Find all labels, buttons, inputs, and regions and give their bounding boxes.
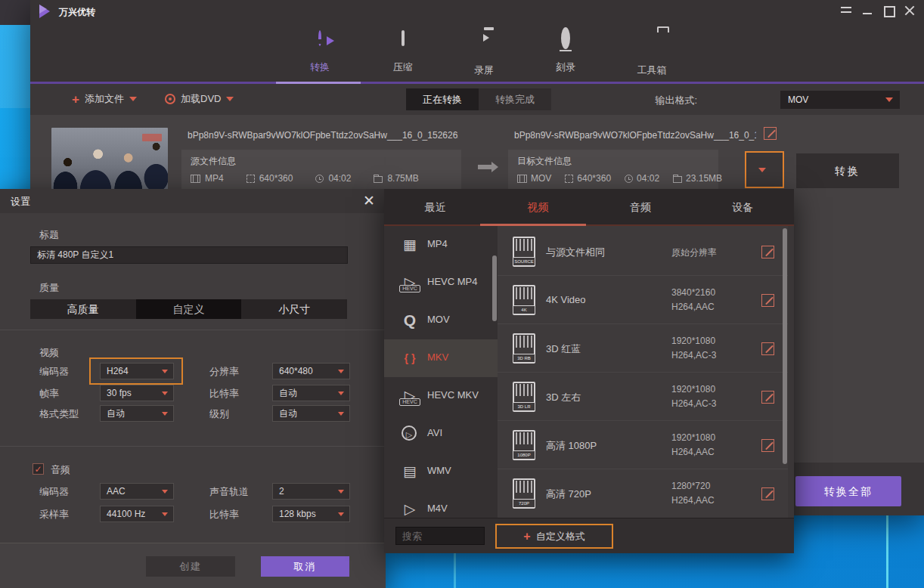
desktop-accent-line — [886, 515, 888, 588]
rename-edit-icon[interactable] — [764, 127, 777, 140]
add-file-button[interactable]: + 添加文件 — [72, 92, 137, 106]
name-input[interactable] — [30, 246, 348, 264]
tab-recent[interactable]: 最近 — [384, 189, 487, 226]
edit-preset-icon[interactable] — [761, 246, 774, 258]
quality-option-high[interactable]: 高质量 — [30, 299, 136, 319]
quality-option-small[interactable]: 小尺寸 — [241, 299, 347, 319]
convert-all-button[interactable]: 转换全部 — [795, 476, 901, 506]
resolution-select[interactable]: 640*480 — [272, 363, 350, 379]
video-encoder-select[interactable]: H264 — [100, 363, 174, 379]
preset-row-3d-rb[interactable]: 3D RB 3D 红蓝 1920*1080H264,AC-3 — [498, 324, 788, 373]
target-info-row: MOV 640*360 04:02 23.15MB — [517, 173, 722, 184]
settings-dialog: 设置 ✕ 标题 质量 高质量 自定义 小尺寸 视频 编码器 H264 分辨率 6… — [0, 189, 386, 588]
circle-play-icon: ▷ — [399, 423, 420, 444]
clock-icon — [625, 175, 633, 183]
format-item-mp4[interactable]: ▦ MP4 — [384, 226, 498, 264]
desktop: 万兴优转 转换 压缩 录屏 刻录 — [0, 0, 924, 588]
load-dvd-button[interactable]: 加载DVD — [165, 92, 234, 106]
edit-preset-icon[interactable] — [761, 391, 774, 404]
resolution-value: 640*480 — [279, 366, 313, 376]
tab-convert[interactable]: 转换 — [290, 32, 350, 74]
toolbar: + 添加文件 加载DVD 正在转换 转换完成 输出格式: MOV — [30, 84, 924, 115]
resolution-label: 分辨率 — [209, 365, 239, 379]
target-resolution: 640*360 — [577, 173, 611, 184]
play-outline-icon: ▷ — [399, 499, 420, 518]
clapperboard-icon: ▤ — [399, 461, 420, 482]
output-format-value: MOV — [788, 94, 808, 105]
audio-encoder-select[interactable]: AAC — [100, 483, 174, 500]
source-info-title: 源文件信息 — [191, 155, 236, 168]
resolution-icon — [565, 175, 573, 183]
preset-row-1080p[interactable]: 1080P 高清 1080P 1920*1080H264,AAC — [498, 421, 788, 469]
video-thumbnail[interactable] — [51, 128, 168, 190]
formattype-value: 自动 — [107, 408, 125, 419]
format-list-scrollbar[interactable] — [492, 255, 497, 321]
edit-preset-icon[interactable] — [761, 439, 774, 452]
audio-bitrate-label: 比特率 — [209, 508, 239, 521]
format-item-avi[interactable]: ▷ AVI — [384, 415, 498, 453]
source-info-panel: 源文件信息 MP4 640*360 04:02 8.75MB — [181, 150, 461, 190]
desktop-accent-line-2 — [454, 553, 456, 588]
preset-list-scrollbar[interactable] — [783, 228, 787, 464]
preset-row-4k[interactable]: 4K 4K Video 3840*2160H264,AAC — [498, 276, 788, 324]
video-bitrate-label: 比特率 — [209, 387, 239, 401]
samplerate-select[interactable]: 44100 Hz — [100, 506, 174, 522]
cancel-button[interactable]: 取消 — [261, 556, 349, 577]
edit-preset-icon[interactable] — [761, 487, 774, 500]
edit-preset-icon[interactable] — [761, 294, 774, 307]
format-item-hevc-mp4[interactable]: ▷HEVC HEVC MP4 — [384, 264, 498, 302]
search-input[interactable] — [395, 527, 485, 545]
format-item-mkv[interactable]: { } MKV — [384, 339, 498, 377]
edit-preset-icon[interactable] — [761, 342, 774, 355]
chevron-down-icon — [885, 97, 893, 102]
minimize-icon[interactable] — [862, 5, 873, 16]
tab-screen-record[interactable]: 录屏 — [454, 32, 514, 77]
menu-icon[interactable] — [841, 5, 851, 16]
divider — [0, 330, 386, 330]
level-select[interactable]: 自动 — [272, 405, 350, 422]
preset-row-3d-lr[interactable]: 3D LR 3D 左右 1920*1080H264,AC-3 — [498, 373, 788, 421]
channels-select[interactable]: 2 — [272, 483, 350, 500]
maximize-icon[interactable] — [883, 5, 894, 16]
source-size: 8.75MB — [387, 173, 418, 184]
output-format-select[interactable]: MOV — [780, 91, 900, 109]
audio-section-title: 音频 — [51, 463, 70, 477]
custom-format-button[interactable]: + 自定义格式 — [495, 524, 613, 549]
audio-checkbox[interactable]: ✓ — [33, 463, 44, 475]
tab-converting[interactable]: 正在转换 — [406, 88, 479, 110]
quality-segmented-control: 高质量 自定义 小尺寸 — [30, 299, 347, 319]
format-item-wmv[interactable]: ▤ WMV — [384, 453, 498, 491]
tab-compress[interactable]: 压缩 — [373, 32, 433, 74]
video-bitrate-select[interactable]: 自动 — [272, 385, 350, 401]
source-filename: bPp8n9V-sRWBpar9vWO7klOFpbeTtdz2ovSaHw__… — [188, 130, 458, 141]
quality-option-custom[interactable]: 自定义 — [136, 299, 242, 319]
preset-row-720p[interactable]: 720P 高清 720P 1280*720H264,AAC — [498, 469, 788, 518]
convert-button[interactable]: 转换 — [796, 153, 899, 188]
create-button[interactable]: 创建 — [146, 556, 235, 577]
level-value: 自动 — [279, 408, 297, 419]
format-item-hevc-mkv[interactable]: ▷HEVC HEVC MKV — [384, 377, 498, 415]
close-icon[interactable]: ✕ — [363, 192, 375, 209]
chevron-down-icon — [129, 97, 137, 101]
tab-device[interactable]: 设备 — [692, 189, 795, 226]
audio-bitrate-select[interactable]: 128 kbps — [272, 506, 350, 522]
tab-audio[interactable]: 音频 — [589, 189, 692, 226]
tab-toolbox[interactable]: 工具箱 — [622, 32, 682, 77]
format-item-mov[interactable]: Q MOV — [384, 302, 498, 339]
settings-footer: 创建 取消 — [0, 543, 386, 588]
video-encoder-label: 编码器 — [39, 365, 69, 379]
preset-row-source[interactable]: SOURCE 与源文件相同 原始分辨率 — [498, 227, 788, 276]
settings-header: 设置 ✕ — [0, 189, 386, 213]
main-nav: 转换 压缩 录屏 刻录 工具箱 — [30, 23, 924, 84]
target-format-dropdown-button[interactable] — [745, 151, 784, 188]
tab-finished[interactable]: 转换完成 — [479, 88, 551, 110]
framerate-select[interactable]: 30 fps — [100, 385, 174, 401]
tab-video[interactable]: 视频 — [487, 189, 590, 226]
tab-burn[interactable]: 刻录 — [535, 32, 596, 74]
preset-doc-icon: 720P — [513, 478, 535, 509]
close-icon[interactable] — [904, 5, 915, 16]
format-item-m4v[interactable]: ▷ M4V — [384, 491, 498, 518]
target-format: MOV — [531, 173, 551, 184]
formattype-label: 格式类型 — [39, 407, 79, 421]
formattype-select[interactable]: 自动 — [100, 405, 174, 422]
